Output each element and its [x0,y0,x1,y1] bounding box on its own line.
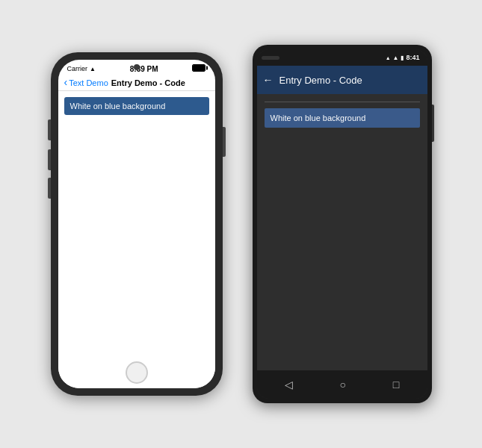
ios-carrier-text: Carrier [67,65,88,72]
android-nav-bar: ◁ ○ □ [257,370,427,399]
android-nav-back-button[interactable]: ◁ [285,379,293,391]
ios-volume-up-button[interactable] [48,149,51,170]
android-signal-icon: ▲ [386,55,391,60]
ios-back-button[interactable]: ‹ Text Demo [64,78,108,87]
android-entry-field[interactable]: White on blue background [265,108,420,128]
android-status-bar: ▲ ▲ ▮ 8:41 [257,49,427,66]
ios-volume-down-button[interactable] [48,178,51,199]
android-wifi-icon: ▲ [393,55,399,61]
ios-battery-fill [193,65,205,71]
android-status-icons: ▲ ▲ ▮ 8:41 [386,54,420,61]
ios-battery-icon [192,64,206,72]
ios-carrier: Carrier ▲ [67,65,96,72]
ios-nav-title: Entry Demo - Code [111,78,185,87]
ios-content: White on blue background [58,91,215,357]
android-speaker [262,56,279,60]
android-time: 8:41 [406,54,419,61]
ios-entry-field[interactable]: White on blue background [64,97,209,115]
android-content: White on blue background [257,94,427,370]
ios-wifi-icon: ▲ [90,66,96,72]
ios-back-chevron-icon: ‹ [64,77,68,87]
android-toolbar-back-button[interactable]: ← [263,74,274,86]
ios-back-label: Text Demo [69,78,108,87]
android-battery-icon: ▮ [401,55,404,61]
android-top-sensors [257,55,279,60]
ios-phone: Carrier ▲ 8:39 PM ‹ Text Demo Entry Demo… [51,52,223,396]
ios-home-button[interactable] [126,361,148,384]
ios-home-area [58,357,215,388]
android-phone: ▲ ▲ ▮ 8:41 ← Entry Demo - Code White on … [253,45,432,403]
android-toolbar-title: Entry Demo - Code [279,75,362,86]
android-divider [265,102,420,102]
android-toolbar: ← Entry Demo - Code [257,66,427,94]
android-nav-home-button[interactable]: ○ [340,379,346,391]
android-nav-recent-button[interactable]: □ [393,379,399,391]
ios-camera [134,64,140,70]
ios-nav-bar: ‹ Text Demo Entry Demo - Code [58,75,215,91]
ios-battery-area [192,64,206,73]
